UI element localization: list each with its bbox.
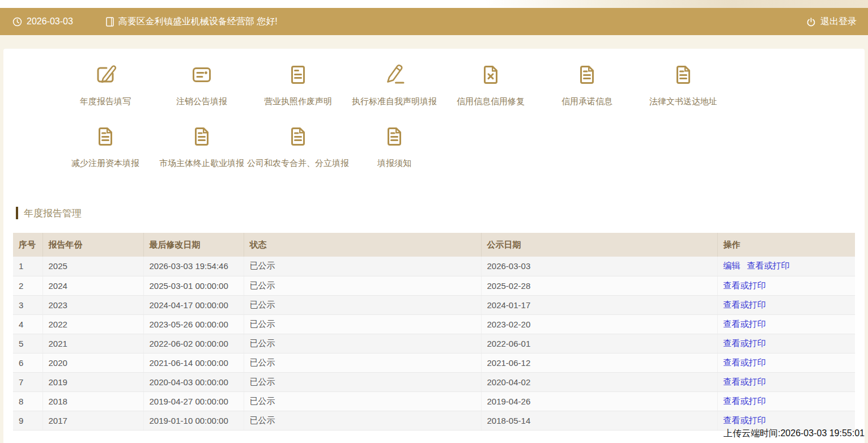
cell-year: 2025 [42, 257, 143, 276]
cell-actions: 查看或打印 [717, 314, 855, 334]
view-print-link[interactable]: 查看或打印 [724, 377, 766, 386]
menu-item[interactable]: 市场主体终止歇业填报 [154, 123, 250, 169]
cell-actions: 查看或打印 [717, 276, 855, 295]
cell-modified: 2026-03-03 19:54:46 [143, 257, 244, 276]
table-row: 520212022-06-02 00:00:00已公示2022-06-01查看或… [13, 334, 855, 353]
table-row: 120252026-03-03 19:54:46已公示2026-03-03编辑查… [13, 257, 855, 276]
logout-label: 退出登录 [820, 16, 857, 28]
menu-item[interactable]: 信用信息信用修复 [442, 61, 539, 107]
cell-modified: 2024-04-17 00:00:00 [143, 295, 244, 314]
table-row: 920172019-01-10 00:00:00已公示2018-05-14查看或… [13, 411, 855, 430]
view-print-link[interactable]: 查看或打印 [724, 319, 766, 329]
view-print-link[interactable]: 查看或打印 [724, 300, 766, 309]
card-announcement-icon [188, 61, 215, 88]
edit-square-icon [92, 61, 119, 88]
edit-link[interactable]: 编辑 [724, 261, 741, 270]
document-fold-icon [188, 123, 215, 150]
topbar: 2026-03-03 高要区金利镇盛业机械设备经营部 您好! 退出登录 [0, 8, 868, 35]
cell-year: 2018 [42, 391, 143, 411]
view-print-link[interactable]: 查看或打印 [724, 338, 766, 348]
cell-year: 2020 [42, 353, 143, 372]
page-top-strip [0, 0, 868, 8]
column-header: 序号 [13, 233, 42, 257]
cell-actions: 查看或打印 [717, 334, 855, 353]
menu-item-label: 市场主体终止歇业填报 [159, 158, 244, 169]
menu-item-label: 执行标准自我声明填报 [352, 96, 437, 107]
document-lines-icon [284, 61, 312, 88]
cell-status: 已公示 [244, 353, 481, 372]
table-row: 220242025-03-01 00:00:00已公示2025-02-28查看或… [13, 276, 855, 295]
cell-year: 2021 [42, 334, 143, 353]
cell-status: 已公示 [244, 314, 481, 334]
menu-item-label: 营业执照作废声明 [264, 96, 332, 107]
menu-item[interactable]: 注销公告填报 [154, 61, 250, 107]
document-fold-icon [573, 61, 601, 88]
view-print-link[interactable]: 查看或打印 [747, 261, 790, 270]
cell-actions: 编辑查看或打印 [717, 257, 855, 276]
menu-item[interactable]: 填报须知 [346, 123, 442, 169]
cell-no: 6 [13, 353, 42, 372]
cell-no: 9 [13, 411, 42, 430]
document-fold-icon [92, 123, 119, 150]
cell-status: 已公示 [244, 295, 481, 314]
topbar-date-group: 2026-03-03 [12, 16, 73, 27]
cell-publish_date: 2018-05-14 [481, 411, 717, 430]
view-print-link[interactable]: 查看或打印 [724, 357, 766, 367]
cell-status: 已公示 [244, 411, 481, 430]
cell-no: 3 [13, 295, 42, 314]
menu-item[interactable]: 公司和农专合并、分立填报 [250, 123, 346, 169]
organization-icon [106, 16, 114, 27]
document-x-icon [477, 61, 504, 88]
cell-status: 已公示 [244, 276, 481, 295]
cell-actions: 查看或打印 [717, 372, 855, 391]
table-row: 820182019-04-27 00:00:00已公示2019-04-26查看或… [13, 391, 855, 411]
cell-modified: 2020-04-03 00:00:00 [143, 372, 244, 391]
menu-item[interactable]: 法律文书送达地址 [635, 61, 731, 107]
menu-item[interactable]: 营业执照作废声明 [250, 61, 346, 107]
menu-item-label: 公司和农专合并、分立填报 [247, 158, 349, 169]
cell-modified: 2022-06-02 00:00:00 [143, 334, 244, 353]
cell-actions: 查看或打印 [717, 353, 855, 372]
cell-year: 2023 [42, 295, 143, 314]
section-title: 年度报告管理 [24, 207, 82, 220]
table-row: 620202021-06-14 00:00:00已公示2021-06-12查看或… [13, 353, 855, 372]
cell-actions: 查看或打印 [717, 391, 855, 411]
cell-publish_date: 2024-01-17 [481, 295, 717, 314]
cell-no: 2 [13, 276, 42, 295]
cell-actions: 查看或打印 [717, 411, 855, 430]
menu-item[interactable]: 执行标准自我声明填报 [346, 61, 442, 107]
cell-publish_date: 2020-04-02 [481, 372, 717, 391]
logout-button[interactable]: 退出登录 [806, 16, 857, 28]
document-fold-icon [670, 61, 697, 88]
document-fold-icon [381, 123, 408, 150]
cell-modified: 2019-01-10 00:00:00 [143, 411, 244, 430]
cell-no: 7 [13, 372, 42, 391]
menu-item[interactable]: 信用承诺信息 [539, 61, 635, 107]
menu-item-label: 年度报告填写 [80, 96, 131, 107]
document-fold-icon [284, 123, 312, 150]
menu-item[interactable]: 减少注册资本填报 [57, 123, 154, 169]
menu-item-label: 信用承诺信息 [561, 96, 612, 107]
power-icon [806, 17, 816, 27]
column-header: 最后修改日期 [143, 233, 244, 257]
menu-item[interactable]: 年度报告填写 [57, 61, 154, 107]
view-print-link[interactable]: 查看或打印 [724, 415, 766, 425]
section-header: 年度报告管理 [16, 206, 865, 220]
cell-modified: 2019-04-27 00:00:00 [143, 391, 244, 411]
cell-status: 已公示 [244, 391, 481, 411]
table-row: 720192020-04-03 00:00:00已公示2020-04-02查看或… [13, 372, 855, 391]
cell-publish_date: 2019-04-26 [481, 391, 717, 411]
column-header: 公示日期 [481, 233, 717, 257]
view-print-link[interactable]: 查看或打印 [724, 396, 766, 406]
column-header: 状态 [244, 233, 481, 257]
menu-item-label: 法律文书送达地址 [649, 96, 717, 107]
cell-year: 2024 [42, 276, 143, 295]
topbar-company-group: 高要区金利镇盛业机械设备经营部 您好! [106, 16, 278, 28]
column-header: 报告年份 [42, 233, 143, 257]
cell-modified: 2023-05-26 00:00:00 [143, 314, 244, 334]
annual-report-table: 序号报告年份最后修改日期状态公示日期操作 120252026-03-03 19:… [13, 233, 855, 431]
topbar-date: 2026-03-03 [27, 16, 73, 27]
view-print-link[interactable]: 查看或打印 [724, 280, 766, 290]
cell-publish_date: 2022-06-01 [481, 334, 717, 353]
beige-gap [0, 35, 868, 49]
